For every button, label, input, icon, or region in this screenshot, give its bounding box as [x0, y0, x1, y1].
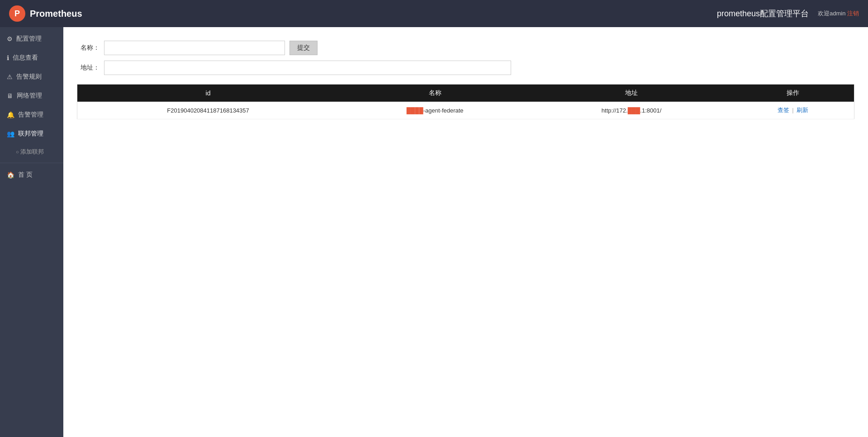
sidebar-item-info-view[interactable]: ℹ 信息查看 — [0, 48, 63, 67]
cell-address: http://172.███.1:8001/ — [531, 102, 732, 119]
edit-link[interactable]: 查签 — [778, 107, 789, 113]
monitor-icon: 🖥 — [7, 92, 13, 99]
cell-name-suffix: -agent-federate — [423, 107, 464, 114]
name-label: 名称： — [77, 44, 100, 52]
redacted-address-middle: ███ — [628, 107, 640, 114]
content-area: 名称： 提交 地址： id 名称 地址 操作 F2019040 — [63, 27, 868, 437]
sidebar: ⚙ 配置管理 ℹ 信息查看 ⚠ 告警规则 🖥 网络管理 🔔 告警管理 👥 联邦管… — [0, 27, 63, 437]
header-right: prometheus配置管理平台 欢迎admin 注销 — [717, 8, 859, 19]
col-action: 操作 — [732, 85, 854, 102]
cell-action: 查签 | 刷新 — [732, 102, 854, 119]
sidebar-item-config-mgmt[interactable]: ⚙ 配置管理 — [0, 29, 63, 48]
redacted-name-prefix: ████ — [407, 107, 423, 114]
home-icon: 🏠 — [7, 171, 14, 179]
address-prefix: http://172. — [602, 107, 628, 114]
table-header: id 名称 地址 操作 — [77, 85, 854, 102]
delete-link[interactable]: 刷新 — [797, 107, 808, 113]
submit-button[interactable]: 提交 — [289, 41, 318, 55]
name-row: 名称： 提交 — [77, 41, 854, 55]
federation-table: id 名称 地址 操作 F201904020841187168134357 ██… — [77, 84, 854, 119]
gear-icon: ⚙ — [7, 35, 13, 42]
bell-icon: 🔔 — [7, 111, 14, 118]
top-header: P Prometheus prometheus配置管理平台 欢迎admin 注销 — [0, 0, 868, 27]
logout-link[interactable]: 注销 — [847, 10, 859, 17]
sidebar-item-federation-mgmt[interactable]: 👥 联邦管理 — [0, 124, 63, 143]
sidebar-item-alert-rules[interactable]: ⚠ 告警规则 — [0, 67, 63, 86]
users-icon: 👥 — [7, 130, 14, 137]
name-input[interactable] — [104, 41, 285, 55]
sidebar-label-federation-mgmt: 联邦管理 — [18, 130, 43, 138]
sidebar-home[interactable]: 🏠 首 页 — [0, 165, 63, 184]
add-federation-label: 添加联邦 — [20, 148, 44, 155]
table-row: F201904020841187168134357 ████-agent-fed… — [77, 102, 854, 119]
col-address: 地址 — [531, 85, 732, 102]
cell-name: ████-agent-federate — [339, 102, 531, 119]
header-user: 欢迎admin 注销 — [818, 9, 859, 18]
sidebar-divider — [0, 163, 63, 163]
address-label: 地址： — [77, 64, 100, 72]
sidebar-label-alert-mgmt: 告警管理 — [18, 111, 43, 119]
action-separator: | — [792, 107, 793, 113]
address-suffix: .1:8001/ — [640, 107, 661, 114]
address-row: 地址： — [77, 61, 854, 75]
cell-id: F201904020841187168134357 — [77, 102, 339, 119]
col-name: 名称 — [339, 85, 531, 102]
info-icon: ℹ — [7, 54, 9, 61]
platform-title: prometheus配置管理平台 — [717, 8, 809, 19]
prometheus-logo-icon: P — [9, 5, 25, 22]
address-input[interactable] — [104, 61, 511, 75]
welcome-text: 欢迎admin — [818, 10, 845, 17]
table-body: F201904020841187168134357 ████-agent-fed… — [77, 102, 854, 119]
logo-area: P Prometheus — [9, 5, 82, 22]
sidebar-item-alert-mgmt[interactable]: 🔔 告警管理 — [0, 105, 63, 124]
main-layout: ⚙ 配置管理 ℹ 信息查看 ⚠ 告警规则 🖥 网络管理 🔔 告警管理 👥 联邦管… — [0, 27, 868, 437]
logo-text: Prometheus — [30, 9, 82, 19]
search-form: 名称： 提交 地址： — [77, 41, 854, 75]
sidebar-label-network-mgmt: 网络管理 — [17, 92, 42, 100]
col-id: id — [77, 85, 339, 102]
alert-icon: ⚠ — [7, 73, 13, 80]
home-label: 首 页 — [18, 171, 33, 179]
sidebar-subitem-add-federation[interactable]: 添加联邦 — [0, 143, 63, 160]
sidebar-label-alert-rules: 告警规则 — [16, 73, 42, 81]
sidebar-label-config-mgmt: 配置管理 — [16, 35, 42, 43]
sidebar-item-network-mgmt[interactable]: 🖥 网络管理 — [0, 86, 63, 105]
sidebar-label-info-view: 信息查看 — [13, 54, 38, 62]
